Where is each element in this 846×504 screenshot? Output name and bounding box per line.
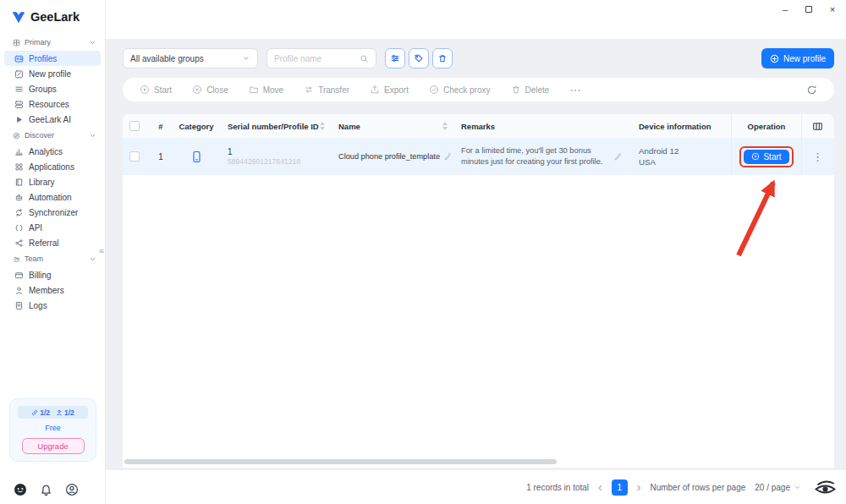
bulk-move-button[interactable]: Move xyxy=(249,85,283,95)
account-avatar-icon[interactable] xyxy=(65,483,79,496)
edit-name-icon[interactable] xyxy=(443,152,452,161)
sidebar-item-groups[interactable]: Groups xyxy=(0,81,105,96)
transfer-arrows-icon xyxy=(304,85,314,95)
section-label: Discover xyxy=(25,131,85,140)
sidebar-item-label: Automation xyxy=(29,193,72,202)
sidebar-item-referral[interactable]: Referral xyxy=(0,235,105,250)
start-profile-button[interactable]: Start xyxy=(744,150,788,164)
sidebar-item-new-profile[interactable]: New profile xyxy=(0,66,105,81)
refresh-button[interactable] xyxy=(806,85,817,96)
row-profile-id: 589442601217841218 xyxy=(228,157,300,167)
bulk-check-proxy-button[interactable]: Check proxy xyxy=(429,85,491,95)
current-page-button[interactable]: 1 xyxy=(612,479,628,496)
select-all-checkbox[interactable] xyxy=(129,121,140,131)
row-device-cell: Android 12 USA xyxy=(632,145,731,167)
search-icon[interactable] xyxy=(360,54,369,63)
brand-name: GeeLark xyxy=(30,10,80,24)
bulk-close-button[interactable]: Close xyxy=(192,85,228,95)
sidebar-item-geelark-ai[interactable]: GeeLark AI xyxy=(0,112,105,127)
api-icon xyxy=(14,223,24,233)
tutorial-eye-icon[interactable] xyxy=(814,479,837,497)
filter-sliders-icon xyxy=(390,53,400,63)
sort-icons[interactable] xyxy=(320,122,325,130)
header-serial: Serial number/Profile ID xyxy=(217,122,332,131)
sidebar-item-resources[interactable]: Resources xyxy=(0,96,105,112)
notifications-bell-icon[interactable] xyxy=(40,484,52,496)
header-category: Category xyxy=(175,122,217,131)
sidebar-item-billing[interactable]: Billing xyxy=(0,267,105,282)
header-name: Name xyxy=(332,122,454,131)
tags-button[interactable] xyxy=(409,48,429,68)
row-checkbox[interactable] xyxy=(129,151,140,162)
header-settings xyxy=(801,114,833,138)
minimize-button[interactable]: – xyxy=(777,2,794,16)
sidebar-section-team[interactable]: Team xyxy=(0,250,105,267)
table-row: 1 1 589442601217841218 Cloud phone profi… xyxy=(123,138,834,175)
column-settings-icon[interactable] xyxy=(812,121,823,132)
sidebar-item-synchronizer[interactable]: Synchronizer xyxy=(0,205,105,220)
sort-icons[interactable] xyxy=(442,122,448,130)
section-label: Primary xyxy=(25,38,85,47)
sidebar-item-label: New profile xyxy=(29,69,71,79)
check-proxy-icon xyxy=(429,85,439,95)
row-name-cell: Cloud phone profile_template xyxy=(332,152,454,161)
maximize-button[interactable] xyxy=(800,2,817,16)
group-filter-select[interactable]: All available groups xyxy=(123,48,258,68)
bulk-transfer-button[interactable]: Transfer xyxy=(304,85,349,95)
community-icon[interactable] xyxy=(14,483,27,496)
geelark-ai-icon xyxy=(14,115,24,124)
bulk-start-button[interactable]: Start xyxy=(140,85,172,95)
geelark-app-window: GeeLark Primary Profiles New profile Gro… xyxy=(0,0,846,504)
horizontal-scrollbar[interactable] xyxy=(124,459,557,464)
row-serial: 1 xyxy=(228,146,233,157)
new-profile-button[interactable]: New profile xyxy=(761,48,834,68)
close-window-button[interactable]: × xyxy=(824,2,841,16)
row-more-menu-icon[interactable]: ⋮ xyxy=(812,151,823,163)
new-profile-label: New profile xyxy=(783,54,826,63)
sidebar-item-label: Groups xyxy=(29,85,57,94)
sidebar-item-analytics[interactable]: Analytics xyxy=(0,144,105,159)
sidebar-item-members[interactable]: Members xyxy=(0,282,105,298)
profile-search-input[interactable] xyxy=(274,54,360,63)
row-serial-cell: 1 589442601217841218 xyxy=(217,146,332,167)
bulk-delete-button[interactable]: Delete xyxy=(511,85,550,95)
sidebar-section-discover[interactable]: Discover xyxy=(0,127,105,144)
window-controls: – × xyxy=(777,2,841,16)
more-actions-icon[interactable]: ⋯ xyxy=(569,84,580,96)
start-label: Start xyxy=(763,152,781,162)
rows-per-page-label: Number of rows per page xyxy=(650,483,745,492)
synchronizer-icon xyxy=(14,208,24,217)
profiles-table: # Category Serial number/Profile ID Name… xyxy=(123,114,834,468)
bulk-export-button[interactable]: Export xyxy=(370,85,409,95)
main-content: All available groups New profile Start xyxy=(106,39,846,470)
page-size-select[interactable]: 20 / page xyxy=(755,483,801,492)
plan-label: Free xyxy=(10,424,96,432)
members-icon xyxy=(14,286,24,295)
sidebar-section-primary[interactable]: Primary xyxy=(0,34,105,51)
chevron-down-icon xyxy=(242,54,250,63)
sidebar-item-automation[interactable]: Automation xyxy=(0,189,105,205)
edit-remarks-icon[interactable] xyxy=(613,152,622,161)
trash-icon xyxy=(437,53,448,63)
sidebar-item-api[interactable]: API xyxy=(0,220,105,235)
next-page-icon[interactable]: › xyxy=(637,480,641,494)
table-footer: 1 records in total ‹ 1 › Number of rows … xyxy=(106,470,846,504)
bulk-move-label: Move xyxy=(263,85,283,95)
sidebar-item-profiles[interactable]: Profiles xyxy=(4,51,101,66)
table-header-row: # Category Serial number/Profile ID Name… xyxy=(123,114,834,138)
sidebar-item-applications[interactable]: Applications xyxy=(0,159,105,174)
sidebar-collapse-icon[interactable]: « xyxy=(99,245,104,255)
upgrade-button[interactable]: Upgrade xyxy=(22,438,85,454)
page-size-value: 20 / page xyxy=(755,483,790,492)
sidebar-item-label: Resources xyxy=(29,100,69,109)
bulk-close-label: Close xyxy=(206,85,228,95)
bulk-start-label: Start xyxy=(154,85,172,95)
billing-icon xyxy=(14,271,24,280)
sidebar-item-label: Applications xyxy=(29,162,74,172)
sidebar-item-library[interactable]: Library xyxy=(0,174,105,189)
recycle-bin-button[interactable] xyxy=(432,48,453,68)
advanced-filter-button[interactable] xyxy=(385,48,405,68)
sidebar-item-logs[interactable]: Logs xyxy=(0,298,105,313)
prev-page-icon[interactable]: ‹ xyxy=(598,480,602,494)
chevron-down-icon xyxy=(89,132,96,140)
